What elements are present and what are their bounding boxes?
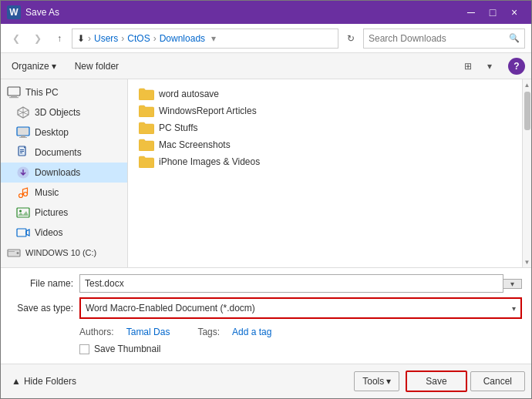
folder-name-3: Mac Screenshots xyxy=(159,139,231,150)
scrollbar[interactable]: ▲ ▼ xyxy=(522,79,531,267)
save-thumbnail-checkbox[interactable] xyxy=(79,344,89,354)
help-button[interactable]: ? xyxy=(508,58,525,75)
scroll-up-button[interactable]: ▲ xyxy=(524,81,531,89)
close-button[interactable]: × xyxy=(503,1,525,24)
svg-point-22 xyxy=(17,252,19,254)
search-icon: 🔍 xyxy=(509,33,520,43)
forward-button[interactable]: ❯ xyxy=(29,29,47,48)
svg-rect-0 xyxy=(8,87,20,96)
bottom-form: File name: ▾ Save as type: Word Macro-En… xyxy=(1,267,531,364)
sidebar-item-3d-objects[interactable]: 3D Objects xyxy=(1,102,127,122)
file-name-dropdown-button[interactable]: ▾ xyxy=(503,279,522,289)
sidebar-label-windows10: WINDOWS 10 (C:) xyxy=(25,248,96,257)
sidebar: This PC 3D Objects Desktop xyxy=(1,79,128,267)
window-title: Save As xyxy=(25,7,460,18)
svg-rect-7 xyxy=(17,127,29,136)
folder-item-4[interactable]: iPhone Images & Videos xyxy=(134,153,516,170)
file-name-row: File name: ▾ xyxy=(10,274,522,293)
tags-label: Tags: xyxy=(197,327,220,337)
authors-value[interactable]: Tamal Das xyxy=(126,327,170,337)
folder-item-0[interactable]: word autosave xyxy=(134,86,516,102)
sidebar-item-this-pc[interactable]: This PC xyxy=(1,82,127,102)
hide-folders-button[interactable]: ▲ Hide Folders xyxy=(7,373,81,390)
music-icon xyxy=(16,186,30,200)
save-type-label: Save as type: xyxy=(10,303,79,314)
save-type-select-wrapper: Word Macro-Enabled Document (*.docm) ▾ xyxy=(79,297,522,319)
tags-add-link[interactable]: Add a tag xyxy=(232,327,271,337)
breadcrumb-dropdown-icon: ▾ xyxy=(211,33,216,44)
svg-marker-20 xyxy=(26,230,29,236)
refresh-button[interactable]: ↻ xyxy=(342,29,360,48)
scroll-track xyxy=(524,89,530,258)
app-icon: W xyxy=(7,5,21,19)
breadcrumb-users[interactable]: Users xyxy=(94,33,118,44)
svg-rect-1 xyxy=(11,96,17,97)
svg-rect-8 xyxy=(21,136,25,137)
tools-button[interactable]: Tools ▾ xyxy=(354,371,399,391)
sidebar-label-3d-objects: 3D Objects xyxy=(35,107,80,118)
desktop-icon xyxy=(16,126,30,139)
svg-rect-11 xyxy=(20,149,24,150)
maximize-button[interactable]: □ xyxy=(482,1,503,24)
sidebar-label-desktop: Desktop xyxy=(35,127,69,138)
folder-icon-3 xyxy=(139,139,154,151)
new-folder-button[interactable]: New folder xyxy=(70,59,123,74)
folder-name-0: word autosave xyxy=(159,89,219,99)
sidebar-item-downloads[interactable]: Downloads xyxy=(1,163,127,183)
folder-name-1: WindowsReport Articles xyxy=(159,106,257,116)
title-bar: W Save As ─ □ × xyxy=(1,1,531,24)
folder-item-1[interactable]: WindowsReport Articles xyxy=(134,102,516,119)
windows10-drive-icon xyxy=(7,246,21,260)
save-type-select[interactable]: Word Macro-Enabled Document (*.docm) xyxy=(81,299,520,317)
sidebar-item-windows10[interactable]: WINDOWS 10 (C:) xyxy=(1,243,127,263)
sidebar-item-videos[interactable]: Videos xyxy=(1,223,127,243)
search-box: 🔍 xyxy=(363,28,525,49)
tools-chevron-icon: ▾ xyxy=(386,376,391,387)
folder-icon-1 xyxy=(139,105,154,117)
cancel-button[interactable]: Cancel xyxy=(470,371,525,391)
breadcrumb-ctos[interactable]: CtOS xyxy=(127,33,150,44)
search-input[interactable] xyxy=(369,33,509,44)
button-row: ▲ Hide Folders Tools ▾ Save Cancel xyxy=(1,364,531,398)
folder-icon-0 xyxy=(139,88,154,100)
sidebar-label-documents: Documents xyxy=(35,147,82,158)
scroll-thumb xyxy=(524,92,530,130)
scroll-down-button[interactable]: ▼ xyxy=(524,258,531,266)
folder-name-2: PC Stuffs xyxy=(159,122,197,133)
save-type-row: Save as type: Word Macro-Enabled Documen… xyxy=(10,297,522,319)
svg-point-16 xyxy=(24,193,28,196)
breadcrumb-downloads-icon: ⬇ xyxy=(77,33,85,44)
folder-item-2[interactable]: PC Stuffs xyxy=(134,119,516,136)
sidebar-item-documents[interactable]: Documents xyxy=(1,142,127,163)
svg-rect-17 xyxy=(17,208,29,217)
authors-label: Authors: xyxy=(79,327,114,337)
view-dropdown-button[interactable]: ▾ xyxy=(480,57,499,75)
view-details-button[interactable]: ⊞ xyxy=(459,57,477,75)
folder-item-3[interactable]: Mac Screenshots xyxy=(134,136,516,153)
3d-objects-icon xyxy=(16,106,30,119)
sidebar-item-music[interactable]: Music xyxy=(1,183,127,203)
svg-rect-19 xyxy=(17,229,26,236)
organize-button[interactable]: Organize ▾ xyxy=(7,59,61,74)
file-name-input[interactable] xyxy=(79,274,503,293)
sidebar-label-downloads: Downloads xyxy=(35,167,80,178)
folder-list: word autosave WindowsReport Articles PC … xyxy=(128,79,522,267)
save-button[interactable]: Save xyxy=(406,370,466,392)
pictures-icon xyxy=(16,206,30,220)
svg-point-18 xyxy=(19,210,22,213)
breadcrumb-downloads[interactable]: Downloads xyxy=(160,33,205,44)
svg-rect-2 xyxy=(9,97,19,98)
svg-rect-13 xyxy=(20,153,22,153)
folder-icon-2 xyxy=(139,122,154,134)
up-button[interactable]: ↑ xyxy=(50,29,69,48)
svg-rect-12 xyxy=(20,151,24,152)
sidebar-item-pictures[interactable]: Pictures xyxy=(1,203,127,223)
back-button[interactable]: ❮ xyxy=(7,29,25,48)
toolbar: Organize ▾ New folder ⊞ ▾ ? xyxy=(1,53,531,79)
breadcrumb[interactable]: ⬇ › Users › CtOS › Downloads ▾ xyxy=(72,28,338,49)
thumbnail-row: Save Thumbnail xyxy=(10,340,522,357)
save-thumbnail-label[interactable]: Save Thumbnail xyxy=(94,344,161,354)
sidebar-item-desktop[interactable]: Desktop xyxy=(1,122,127,142)
hide-folders-chevron-icon: ▲ xyxy=(12,376,21,387)
minimize-button[interactable]: ─ xyxy=(460,1,482,24)
